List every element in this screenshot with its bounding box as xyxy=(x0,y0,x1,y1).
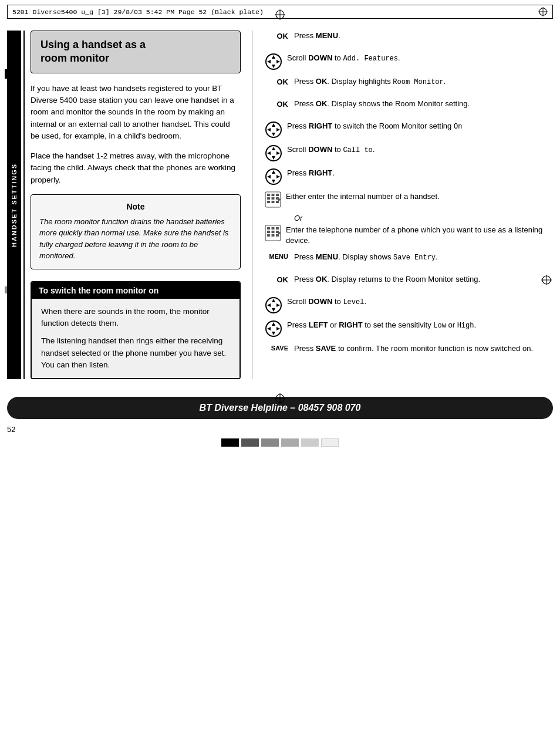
svg-marker-14 xyxy=(272,65,275,68)
header-text: 5201 Diverse5400 u_g [3] 29/8/03 5:42 PM… xyxy=(12,8,264,16)
key-menu: MENU xyxy=(265,252,294,260)
nav-icon-3 xyxy=(265,144,287,162)
main-content: HANDSET SETTINGS Using a handset as a ro… xyxy=(7,31,553,379)
text-13: Press LEFT or RIGHT to set the sensitivi… xyxy=(287,320,553,331)
bottom-square-2 xyxy=(241,438,259,447)
text-6: Scroll DOWN to Call to. xyxy=(287,144,553,156)
svg-rect-33 xyxy=(267,194,270,196)
instruction-row-5: Press RIGHT to switch the Room Monitor s… xyxy=(265,121,553,139)
svg-rect-44 xyxy=(267,227,270,230)
svg-marker-28 xyxy=(272,170,275,174)
text-12: Scroll DOWN to Level. xyxy=(287,296,553,308)
page-number: 52 xyxy=(7,425,553,434)
note-body: The room monitor function drains the han… xyxy=(39,216,232,262)
svg-rect-40 xyxy=(272,201,275,203)
svg-rect-35 xyxy=(276,194,279,196)
or-separator: Or xyxy=(294,214,553,222)
text-9: Enter the telephone number of a phone wh… xyxy=(286,225,553,246)
svg-marker-30 xyxy=(267,175,271,178)
svg-marker-60 xyxy=(272,322,275,326)
text-4: Press OK. Display shows the Room Monitor… xyxy=(294,99,553,109)
page: 5201 Diverse5400 u_g [3] 29/8/03 5:42 PM… xyxy=(0,5,560,453)
instruction-row-7: Press RIGHT. xyxy=(265,168,553,185)
bottom-square-6 xyxy=(321,438,339,447)
svg-marker-26 xyxy=(276,151,280,155)
text-7: Press RIGHT. xyxy=(287,168,553,178)
section-title-box: Using a handset as a room monitor xyxy=(31,31,241,73)
switch-on-box: To switch the room monitor on When there… xyxy=(31,281,241,379)
svg-marker-20 xyxy=(267,128,271,131)
nav-icon-6 xyxy=(265,320,287,338)
svg-marker-25 xyxy=(267,151,271,155)
body-para-1: If you have at least two handsets regist… xyxy=(31,83,241,142)
svg-rect-46 xyxy=(276,227,279,230)
svg-marker-16 xyxy=(276,60,280,63)
svg-rect-47 xyxy=(267,231,270,233)
instruction-row-2: Scroll DOWN to Add. Features. xyxy=(265,53,553,70)
svg-rect-48 xyxy=(272,231,275,233)
svg-marker-21 xyxy=(276,128,280,131)
switch-on-para-2: The listening handset then rings either … xyxy=(41,335,230,371)
section-title: Using a handset as a room monitor xyxy=(41,38,231,66)
text-8: Either enter the internal number of a ha… xyxy=(286,191,553,202)
svg-rect-50 xyxy=(267,234,270,237)
bottom-square-1 xyxy=(221,438,239,447)
svg-marker-55 xyxy=(272,299,275,302)
svg-rect-34 xyxy=(272,194,275,196)
svg-rect-45 xyxy=(272,227,275,230)
switch-on-para-1: When there are sounds in the room, the m… xyxy=(41,306,230,330)
text-11: Press OK. Display returns to the Room Mo… xyxy=(294,274,553,285)
right-crosshair xyxy=(541,275,552,287)
instruction-row-8: Either enter the internal number of a ha… xyxy=(265,191,553,208)
header-crosshair xyxy=(538,7,548,16)
svg-marker-24 xyxy=(272,156,275,160)
key-ok-1: OK xyxy=(265,31,294,41)
svg-marker-61 xyxy=(272,332,275,335)
instruction-row-9: Enter the telephone number of a phone wh… xyxy=(265,225,553,246)
svg-marker-13 xyxy=(272,55,275,59)
text-5: Press RIGHT to switch the Room Monitor s… xyxy=(287,121,553,132)
key-ok-3: OK xyxy=(265,99,294,109)
bottom-squares xyxy=(0,438,560,453)
right-column: OK Press MENU. Scroll DOWN to Add. Featu… xyxy=(252,31,553,379)
svg-marker-29 xyxy=(272,180,275,183)
left-column: Using a handset as a room monitor If you… xyxy=(23,31,252,379)
svg-rect-51 xyxy=(272,234,275,237)
nav-icon-1 xyxy=(265,53,287,70)
svg-marker-23 xyxy=(272,147,275,150)
svg-rect-39 xyxy=(267,201,270,203)
bottom-square-5 xyxy=(301,438,319,447)
nav-icon-2 xyxy=(265,121,287,139)
instruction-row-12: Scroll DOWN to Level. xyxy=(265,296,553,314)
nav-icon-4 xyxy=(265,168,287,185)
body-para-2: Place the handset 1-2 metres away, with … xyxy=(31,150,241,186)
instruction-row-14: SAVE Press SAVE to confirm. The room mon… xyxy=(265,343,553,360)
bottom-square-4 xyxy=(281,438,299,447)
svg-marker-31 xyxy=(276,175,280,178)
svg-marker-63 xyxy=(276,327,280,330)
svg-marker-56 xyxy=(272,308,275,312)
switch-on-title: To switch the room monitor on xyxy=(32,282,239,299)
key-ok-4: OK xyxy=(265,274,294,284)
instruction-row-1: OK Press MENU. xyxy=(265,31,553,47)
sidebar-tab: HANDSET SETTINGS xyxy=(7,31,21,379)
text-3: Press OK. Display highlights Room Monito… xyxy=(294,76,553,87)
instruction-row-13: Press LEFT or RIGHT to set the sensitivi… xyxy=(265,320,553,338)
switch-on-content: When there are sounds in the room, the m… xyxy=(32,299,239,378)
svg-marker-18 xyxy=(272,123,275,127)
keypad-icon-2 xyxy=(265,225,286,241)
instruction-row-6: Scroll DOWN to Call to. xyxy=(265,144,553,162)
instruction-row-3: OK Press OK. Display highlights Room Mon… xyxy=(265,76,553,93)
top-crosshair xyxy=(275,9,285,22)
svg-marker-58 xyxy=(276,303,280,307)
text-14: Press SAVE to confirm. The room monitor … xyxy=(294,343,553,354)
note-title: Note xyxy=(39,202,232,211)
svg-marker-62 xyxy=(267,327,271,330)
keypad-icon-1 xyxy=(265,191,286,208)
key-ok-2: OK xyxy=(265,76,294,86)
svg-marker-57 xyxy=(267,303,271,307)
svg-marker-19 xyxy=(272,133,275,136)
instruction-row-11: OK Press OK. Display returns to the Room… xyxy=(265,274,553,291)
bottom-square-3 xyxy=(261,438,279,447)
svg-marker-15 xyxy=(267,60,271,63)
